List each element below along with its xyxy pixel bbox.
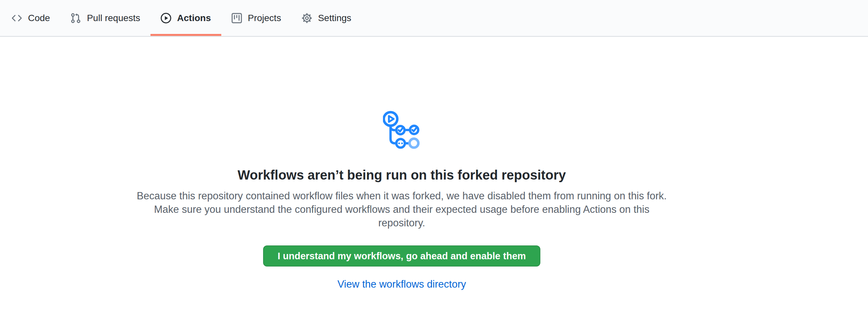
project-icon [231, 13, 242, 23]
git-pull-request-icon [70, 13, 81, 23]
view-workflows-directory-link[interactable]: View the workflows directory [338, 278, 466, 290]
tab-label: Code [28, 13, 50, 23]
description-text: Because this repository contained workfl… [133, 189, 670, 229]
tab-label: Pull requests [87, 13, 140, 23]
tab-projects[interactable]: Projects [221, 0, 291, 36]
gear-icon [302, 13, 312, 23]
tab-actions[interactable]: Actions [151, 0, 221, 36]
tab-code[interactable]: Code [1, 0, 60, 36]
workflow-graph-icon [383, 111, 421, 151]
blankslate: Workflows aren’t being run on this forke… [0, 37, 803, 290]
tab-label: Actions [177, 13, 211, 23]
tab-label: Projects [248, 13, 281, 23]
actions-disabled-page: Workflows aren’t being run on this forke… [0, 37, 803, 290]
tab-label: Settings [318, 13, 351, 23]
page-title: Workflows aren’t being run on this forke… [0, 167, 803, 183]
play-circle-icon [161, 13, 171, 23]
tab-settings[interactable]: Settings [291, 0, 362, 36]
enable-workflows-button[interactable]: I understand my workflows, go ahead and … [263, 245, 540, 267]
code-icon [11, 13, 22, 23]
repo-tab-nav: Code Pull requests Actions [0, 0, 868, 37]
tab-pull-requests[interactable]: Pull requests [60, 0, 151, 36]
